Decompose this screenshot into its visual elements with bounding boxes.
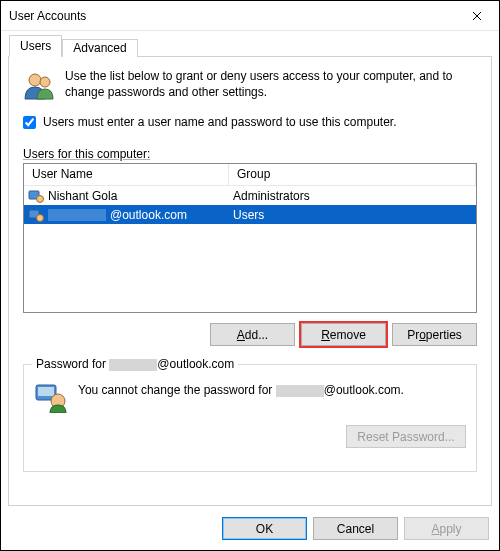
group-cell: Administrators bbox=[229, 189, 476, 203]
redacted-text bbox=[109, 359, 157, 371]
listview-header: User Name Group bbox=[24, 164, 476, 186]
title-bar: User Accounts bbox=[1, 1, 499, 31]
window-title: User Accounts bbox=[9, 9, 454, 23]
users-listview[interactable]: User Name Group Nishant Gola Administrat… bbox=[23, 163, 477, 313]
svg-point-0 bbox=[29, 74, 41, 86]
users-icon bbox=[23, 69, 57, 103]
require-password-input[interactable] bbox=[23, 116, 36, 129]
users-panel: Use the list below to grant or deny user… bbox=[8, 57, 492, 506]
ok-button[interactable]: OK bbox=[222, 517, 307, 540]
user-buttons-row: Add... Remove Properties bbox=[23, 323, 477, 346]
svg-rect-7 bbox=[38, 387, 54, 396]
list-item[interactable]: Nishant Gola Administrators bbox=[24, 186, 476, 205]
username-cell: @outlook.com bbox=[110, 208, 187, 222]
dialog-buttons: OK Cancel Apply bbox=[222, 517, 489, 540]
svg-point-5 bbox=[37, 214, 44, 221]
password-text: You cannot change the password for @outl… bbox=[78, 383, 404, 399]
cancel-button[interactable]: Cancel bbox=[313, 517, 398, 540]
remove-button[interactable]: Remove bbox=[301, 323, 386, 346]
password-group-label: Password for @outlook.com bbox=[32, 357, 238, 371]
tab-advanced[interactable]: Advanced bbox=[62, 39, 137, 57]
reset-password-button: Reset Password... bbox=[346, 425, 466, 448]
svg-point-1 bbox=[40, 77, 50, 87]
users-list-label: Users for this computer: bbox=[23, 147, 477, 161]
add-button[interactable]: Add... bbox=[210, 323, 295, 346]
close-icon bbox=[472, 11, 482, 21]
username-cell: Nishant Gola bbox=[48, 189, 117, 203]
svg-point-3 bbox=[37, 195, 44, 202]
require-password-checkbox[interactable]: Users must enter a user name and passwor… bbox=[23, 115, 477, 129]
intro-text: Use the list below to grant or deny user… bbox=[65, 69, 477, 100]
apply-button: Apply bbox=[404, 517, 489, 540]
group-cell: Users bbox=[229, 208, 476, 222]
redacted-text bbox=[48, 209, 106, 221]
tab-users[interactable]: Users bbox=[9, 35, 62, 57]
user-icon bbox=[28, 188, 44, 204]
properties-button[interactable]: Properties bbox=[392, 323, 477, 346]
redacted-text bbox=[276, 385, 324, 397]
password-user-icon bbox=[34, 379, 68, 413]
list-item[interactable]: @outlook.com Users bbox=[24, 205, 476, 224]
user-icon bbox=[28, 207, 44, 223]
intro-row: Use the list below to grant or deny user… bbox=[23, 69, 477, 103]
close-button[interactable] bbox=[454, 1, 499, 30]
tab-strip: UsersAdvanced bbox=[1, 35, 499, 57]
require-password-label: Users must enter a user name and passwor… bbox=[43, 115, 397, 129]
password-groupbox: Password for @outlook.com You cannot cha… bbox=[23, 364, 477, 472]
col-username[interactable]: User Name bbox=[24, 164, 229, 185]
col-group[interactable]: Group bbox=[229, 164, 476, 185]
